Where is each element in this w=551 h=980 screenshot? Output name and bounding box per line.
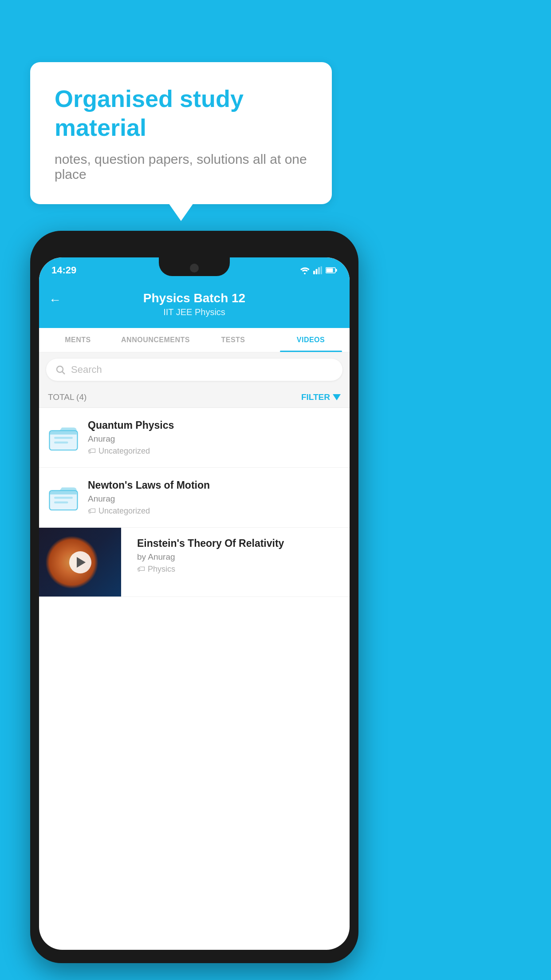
video-title: Newton's Laws of Motion [88,479,341,491]
tag-icon: 🏷 [137,565,145,574]
wifi-icon [300,266,310,274]
play-button[interactable] [69,551,91,573]
list-item[interactable]: Quantum Physics Anurag 🏷 Uncategorized [39,408,350,468]
tab-announcements[interactable]: ANNOUNCEMENTS [117,328,194,352]
tag-icon: 🏷 [88,506,96,516]
svg-rect-12 [54,442,68,443]
filter-bar: TOTAL (4) FILTER [39,387,350,408]
svg-rect-11 [54,437,73,439]
video-info: Einstein's Theory Of Relativity by Anura… [130,528,350,597]
batch-title: Physics Batch 12 [50,291,339,305]
search-input[interactable]: Search [71,364,102,375]
batch-subtitle: IIT JEE Physics [50,307,339,317]
back-button[interactable]: ← [49,293,61,307]
total-count: TOTAL (4) [48,392,87,402]
svg-rect-1 [313,271,315,274]
video-tag: 🏷 Uncategorized [88,506,341,516]
tag-icon: 🏷 [88,447,96,456]
battery-icon [326,267,337,274]
svg-line-9 [63,372,65,375]
folder-icon [48,482,79,513]
video-title: Einstein's Theory Of Relativity [137,537,342,549]
phone-notch [159,257,230,276]
tab-videos[interactable]: VIDEOS [272,328,350,352]
tab-bar: MENTS ANNOUNCEMENTS TESTS VIDEOS [39,328,350,352]
phone-frame: 14:29 [30,231,358,963]
video-tag: 🏷 Uncategorized [88,447,341,456]
video-list: Quantum Physics Anurag 🏷 Uncategorized [39,408,350,597]
top-bar: ← Physics Batch 12 IIT JEE Physics [39,283,350,328]
list-item[interactable]: Einstein's Theory Of Relativity by Anura… [39,528,350,597]
svg-rect-4 [321,266,323,274]
phone-camera [190,264,199,273]
status-icons [300,266,337,274]
svg-rect-3 [318,267,320,274]
video-title: Quantum Physics [88,419,341,431]
play-icon [77,557,86,568]
video-author: Anurag [88,494,341,504]
svg-rect-6 [327,269,333,273]
speech-bubble-title: Organised study material [55,84,307,142]
svg-rect-2 [316,269,318,274]
signal-icon [313,266,322,274]
tab-ments[interactable]: MENTS [39,328,117,352]
video-tag: 🏷 Physics [137,565,342,574]
folder-icon [48,422,79,453]
video-info: Newton's Laws of Motion Anurag 🏷 Uncateg… [88,479,341,516]
search-bar[interactable]: Search [46,359,342,381]
video-info: Quantum Physics Anurag 🏷 Uncategorized [88,419,341,456]
video-author: by Anurag [137,552,342,562]
phone-screen: 14:29 [39,257,350,950]
filter-button[interactable]: FILTER [301,392,341,402]
svg-rect-14 [54,497,73,498]
search-bar-container: Search [39,352,350,387]
filter-icon [333,394,341,400]
status-time: 14:29 [51,265,76,276]
speech-bubble-container: Organised study material notes, question… [30,62,332,204]
svg-point-8 [57,366,63,372]
video-thumbnail [39,528,121,597]
svg-point-0 [304,273,306,275]
speech-bubble-subtitle: notes, question papers, solutions all at… [55,152,307,182]
svg-rect-15 [54,502,68,503]
svg-rect-7 [336,269,337,272]
list-item[interactable]: Newton's Laws of Motion Anurag 🏷 Uncateg… [39,468,350,528]
speech-bubble: Organised study material notes, question… [30,62,332,204]
video-author: Anurag [88,434,341,444]
search-icon [55,364,66,375]
tab-tests[interactable]: TESTS [194,328,272,352]
